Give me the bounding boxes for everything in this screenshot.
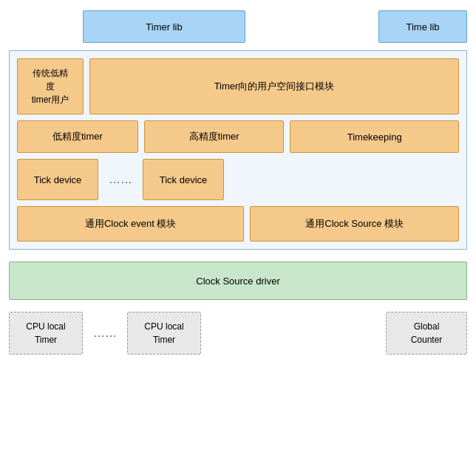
- tick-device-2-box: Tick device: [143, 159, 224, 200]
- low-precision-label: 低精度timer: [52, 130, 103, 143]
- green-section: Clock Source driver: [9, 262, 467, 300]
- top-row: Timer lib Time lib: [9, 7, 467, 46]
- main-section: 传统低精度 timer用户 Timer向的用户空间接口模块 低精度timer 高…: [9, 50, 467, 250]
- timekeeping-box: Timekeeping: [290, 120, 459, 153]
- bottom-row: CPU local Timer …… CPU local Timer Globa…: [9, 312, 467, 355]
- clock-event-label: 通用Clock event 模块: [85, 217, 177, 230]
- cpu-timer-1-box: CPU local Timer: [9, 312, 83, 355]
- row-tick: Tick device …… Tick device: [17, 159, 459, 200]
- legacy-timer-user-box: 传统低精度 timer用户: [17, 58, 84, 115]
- cpu-timer-1-label: CPU local Timer: [26, 320, 65, 346]
- row-clock: 通用Clock event 模块 通用Clock Source 模块: [17, 206, 459, 242]
- timer-lib-box: Timer lib: [83, 10, 245, 43]
- timer-interface-label: Timer向的用户空间接口模块: [214, 80, 335, 93]
- global-counter-label: Global Counter: [411, 320, 443, 346]
- clock-source-label: 通用Clock Source 模块: [305, 217, 404, 230]
- tick-device-1-box: Tick device: [17, 159, 98, 200]
- timer-lib-label: Timer lib: [146, 21, 182, 33]
- clock-source-box: 通用Clock Source 模块: [250, 206, 459, 242]
- high-precision-label: 高精度timer: [189, 130, 239, 143]
- timekeeping-label: Timekeeping: [347, 131, 402, 143]
- time-lib-label: Time lib: [406, 21, 439, 33]
- low-precision-box: 低精度timer: [17, 120, 138, 153]
- cpu-timer-2-label: CPU local Timer: [144, 320, 183, 346]
- clock-event-box: 通用Clock event 模块: [17, 206, 244, 242]
- tick-device-1-label: Tick device: [34, 174, 82, 185]
- timer-interface-box: Timer向的用户空间接口模块: [89, 58, 459, 115]
- global-counter-box: Global Counter: [386, 312, 467, 355]
- row-userspace: 传统低精度 timer用户 Timer向的用户空间接口模块: [17, 58, 459, 115]
- bottom-ellipsis: ……: [89, 327, 121, 340]
- time-lib-box: Time lib: [378, 10, 467, 43]
- clock-source-driver-label: Clock Source driver: [196, 276, 279, 287]
- diagram: Timer lib Time lib 传统低精度 timer用户 Timer向的…: [9, 7, 467, 355]
- high-precision-box: 高精度timer: [144, 120, 285, 153]
- legacy-timer-label: 传统低精度 timer用户: [30, 66, 71, 106]
- tick-device-2-label: Tick device: [160, 174, 208, 185]
- tick-ellipsis: ……: [104, 173, 137, 186]
- row-precision: 低精度timer 高精度timer Timekeeping: [17, 120, 459, 153]
- cpu-timer-2-box: CPU local Timer: [127, 312, 201, 355]
- clock-source-driver-box: Clock Source driver: [9, 262, 467, 300]
